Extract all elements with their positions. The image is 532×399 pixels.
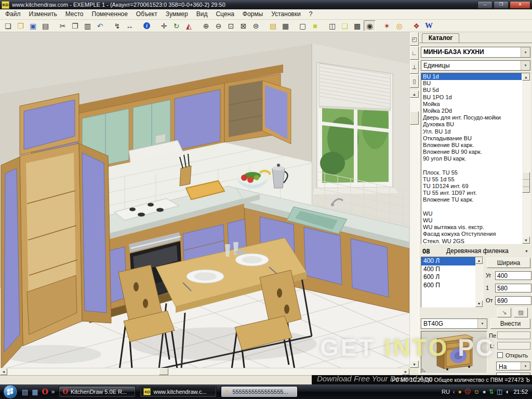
width-button[interactable]: Ширина <box>487 258 530 268</box>
open-checkbox[interactable] <box>497 352 503 358</box>
minimize-button[interactable]: – <box>477 1 493 9</box>
open-icon[interactable]: ❒ <box>15 20 26 31</box>
menu-item[interactable]: Помеченное <box>88 9 132 19</box>
view-3d-wire-icon[interactable]: ◫ <box>326 20 338 31</box>
polyline-icon[interactable]: ↯ <box>111 20 123 31</box>
catalog-item[interactable]: Плоск. TU 55 <box>421 169 522 176</box>
catalog-item[interactable]: WU <box>421 217 522 224</box>
corner-resize-icon[interactable]: ◺ <box>422 368 425 373</box>
render-photo-icon[interactable]: ◉ <box>364 20 376 31</box>
tape-measure-icon[interactable]: ◎ <box>393 20 405 31</box>
quick-launch-overflow-icon[interactable]: » <box>51 388 55 395</box>
start-button[interactable] <box>3 384 18 399</box>
elevation-view-icon[interactable]: ▦ <box>280 20 291 31</box>
catalog-item[interactable]: BU 5d <box>421 87 522 94</box>
cut-icon[interactable]: ✂ <box>57 20 69 31</box>
catalog-item[interactable]: WU вытяжка vis. екстр. <box>421 224 522 231</box>
catalog-item[interactable]: Вложение BU 90 карк. <box>421 149 522 155</box>
paste-icon[interactable]: ▥ <box>82 20 94 31</box>
tray-volume-icon[interactable]: ◖ <box>505 389 509 395</box>
mirror-icon[interactable]: ◭ <box>183 20 195 31</box>
catalog-item[interactable]: Вложение BU карк. <box>421 142 522 149</box>
scroll-down-icon[interactable]: ▼ <box>475 300 483 307</box>
scale-button[interactable]: ↘ <box>497 308 511 317</box>
field-input[interactable]: 400 <box>495 271 531 280</box>
units-select[interactable]: Единицы ▼ <box>421 60 530 71</box>
catalog-item[interactable]: WU <box>421 210 522 217</box>
new-icon[interactable]: ❏ <box>2 20 14 31</box>
print-icon[interactable]: ▤ <box>39 20 51 31</box>
size-item[interactable]: 400 Л <box>421 257 475 265</box>
menu-item[interactable]: Вид <box>192 9 212 19</box>
scene-canvas[interactable] <box>0 32 409 368</box>
menu-item[interactable]: Сцена <box>211 9 238 19</box>
tray-network-icon[interactable]: ◫ <box>497 389 502 395</box>
chevron-down-icon[interactable]: ▼ <box>477 319 487 328</box>
model-code-select[interactable]: BT40G ▼ <box>421 318 487 329</box>
rotate-icon[interactable]: ↻ <box>170 20 182 31</box>
close-button[interactable]: ✕ <box>510 1 530 9</box>
catalog-item[interactable] <box>421 162 522 169</box>
vscroll-down-button[interactable]: ▼ <box>410 361 419 368</box>
copy-icon[interactable]: ❐ <box>69 20 81 31</box>
word-export-icon[interactable]: W <box>423 20 435 31</box>
menu-item[interactable]: Файл <box>1 9 25 19</box>
view-filled-icon[interactable]: ■ <box>309 20 321 31</box>
wall-tool-icon[interactable]: ∟ <box>410 46 419 60</box>
insert-button[interactable]: Внести <box>490 318 530 329</box>
menu-item[interactable]: Зуммер <box>162 9 192 19</box>
placement-select[interactable]: На ▼ <box>496 362 530 370</box>
tray-busy-icon[interactable]: ☹ <box>464 389 471 395</box>
pe-field-input[interactable] <box>497 331 530 339</box>
tray-expand-icon[interactable]: ‹ <box>453 389 455 395</box>
task-button[interactable]: ✦ 5555555555555555... <box>221 386 298 397</box>
object-preview[interactable]: ◺ <box>421 331 487 374</box>
sheet-tool-icon[interactable]: ▯ <box>410 74 419 88</box>
task-button[interactable]: KD www.kitchendraw.c... <box>140 386 217 397</box>
size-list[interactable]: 400 Л400 П600 Л600 П ▲ ▼ <box>421 257 483 308</box>
catalog-scroll-thumb[interactable] <box>522 172 530 193</box>
undo-icon[interactable]: ↶ <box>94 20 106 31</box>
zoom-previous-icon[interactable]: ⊜ <box>250 20 262 31</box>
app-icon[interactable]: KD <box>2 1 9 9</box>
vscroll-thumb[interactable] <box>410 111 419 125</box>
field-input[interactable]: 690 <box>495 296 531 305</box>
catalog-item[interactable]: Мойка 2Dd <box>421 108 522 114</box>
menu-item[interactable]: Объект <box>132 9 162 19</box>
vscroll-up-button[interactable]: ▲ <box>410 90 419 98</box>
catalog-item[interactable]: BU <box>421 80 522 87</box>
field-input[interactable]: 580 <box>495 284 531 292</box>
window-switcher-icon[interactable]: ▦ <box>32 389 38 395</box>
menu-item[interactable]: ? <box>305 9 317 19</box>
chevron-down-icon[interactable]: ▼ <box>525 249 528 253</box>
scroll-up-icon[interactable]: ▲ <box>475 257 483 264</box>
show-desktop-icon[interactable]: ▤ <box>22 389 28 395</box>
dimension-icon[interactable]: ↔ <box>124 20 136 31</box>
catalog-item-list[interactable]: BU 1dBUBU 5dBU 1PO 1dМойкаМойка 2DdДверь… <box>421 73 530 244</box>
tray-online-icon[interactable]: ☺ <box>473 389 480 395</box>
l-field-input[interactable] <box>497 342 530 350</box>
save-icon[interactable]: ▣ <box>27 20 39 31</box>
opera-quick-icon[interactable]: O <box>42 388 48 395</box>
menu-item[interactable]: Место <box>61 9 88 19</box>
size-item[interactable]: 600 П <box>421 282 475 290</box>
zoom-in-icon[interactable]: ⊕ <box>200 20 212 31</box>
zoom-window-icon[interactable]: ⊡ <box>225 20 237 31</box>
catalog-list-scrollbar[interactable]: ▲ ▼ <box>522 73 530 244</box>
size-list-scrollbar[interactable]: ▲ ▼ <box>475 257 483 307</box>
tray-sync-icon[interactable]: ⇅ <box>489 389 494 395</box>
canvas-vscrollbar[interactable]: ▲ ▼ <box>410 90 419 368</box>
tray-disc-icon[interactable]: ● <box>483 389 486 395</box>
catalog-item[interactable]: BU 1d <box>421 73 522 80</box>
language-indicator[interactable]: RU <box>442 389 450 395</box>
style-section-row[interactable]: 08 Деревянная филенка ▼ <box>421 246 530 256</box>
hscroll-thumb[interactable] <box>159 368 168 375</box>
chevron-down-icon[interactable]: ▼ <box>521 47 530 57</box>
select-tool-icon[interactable]: ◰ <box>410 32 419 46</box>
dimension-tool-icon[interactable]: ⊥ <box>410 60 419 74</box>
view-wireframe-icon[interactable]: ▢ <box>297 20 309 31</box>
menu-item[interactable]: Изменить <box>25 9 61 19</box>
catalog-item[interactable]: Дверь для инт. Посудо-мойки <box>421 114 522 121</box>
catalog-item[interactable]: Откладывание BU <box>421 135 522 142</box>
catalog-item[interactable]: Духовка BU <box>421 121 522 128</box>
